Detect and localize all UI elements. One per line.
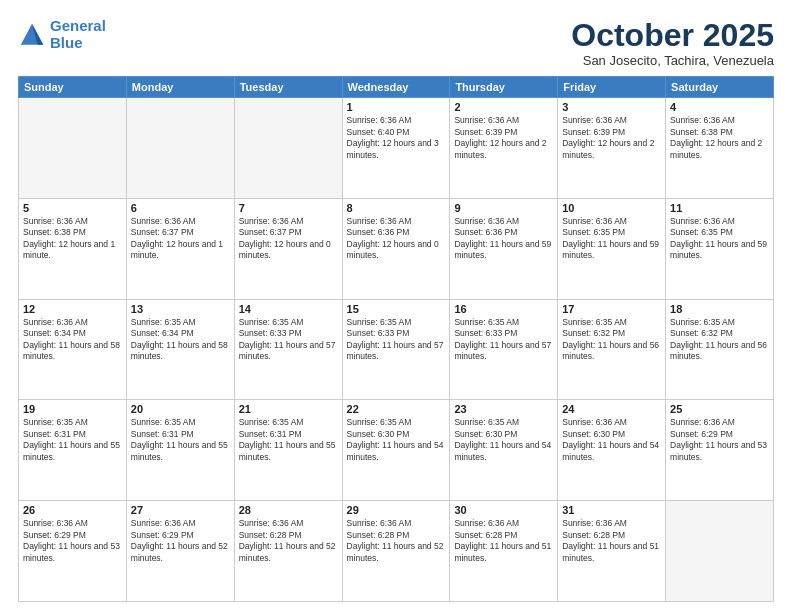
calendar-cell: 13Sunrise: 6:35 AMSunset: 6:34 PMDayligh…	[126, 299, 234, 400]
day-number: 13	[131, 303, 230, 315]
day-info: Sunrise: 6:36 AMSunset: 6:39 PMDaylight:…	[454, 115, 553, 161]
week-row: 19Sunrise: 6:35 AMSunset: 6:31 PMDayligh…	[19, 400, 774, 501]
weekday-header-row: SundayMondayTuesdayWednesdayThursdayFrid…	[19, 77, 774, 98]
week-row: 12Sunrise: 6:36 AMSunset: 6:34 PMDayligh…	[19, 299, 774, 400]
day-info: Sunrise: 6:36 AMSunset: 6:38 PMDaylight:…	[23, 216, 122, 262]
day-info: Sunrise: 6:35 AMSunset: 6:30 PMDaylight:…	[347, 417, 446, 463]
day-info: Sunrise: 6:35 AMSunset: 6:34 PMDaylight:…	[131, 317, 230, 363]
day-number: 23	[454, 403, 553, 415]
day-number: 10	[562, 202, 661, 214]
weekday-header: Thursday	[450, 77, 558, 98]
day-info: Sunrise: 6:35 AMSunset: 6:31 PMDaylight:…	[239, 417, 338, 463]
calendar-cell: 3Sunrise: 6:36 AMSunset: 6:39 PMDaylight…	[558, 98, 666, 199]
calendar-cell: 23Sunrise: 6:35 AMSunset: 6:30 PMDayligh…	[450, 400, 558, 501]
calendar-cell: 27Sunrise: 6:36 AMSunset: 6:29 PMDayligh…	[126, 501, 234, 602]
day-number: 18	[670, 303, 769, 315]
weekday-header: Friday	[558, 77, 666, 98]
day-number: 26	[23, 504, 122, 516]
day-info: Sunrise: 6:36 AMSunset: 6:28 PMDaylight:…	[347, 518, 446, 564]
calendar-cell: 5Sunrise: 6:36 AMSunset: 6:38 PMDaylight…	[19, 198, 127, 299]
calendar-cell: 16Sunrise: 6:35 AMSunset: 6:33 PMDayligh…	[450, 299, 558, 400]
calendar-cell: 2Sunrise: 6:36 AMSunset: 6:39 PMDaylight…	[450, 98, 558, 199]
day-number: 27	[131, 504, 230, 516]
day-number: 24	[562, 403, 661, 415]
day-number: 9	[454, 202, 553, 214]
calendar-cell: 30Sunrise: 6:36 AMSunset: 6:28 PMDayligh…	[450, 501, 558, 602]
calendar-cell: 21Sunrise: 6:35 AMSunset: 6:31 PMDayligh…	[234, 400, 342, 501]
day-info: Sunrise: 6:36 AMSunset: 6:36 PMDaylight:…	[454, 216, 553, 262]
day-info: Sunrise: 6:36 AMSunset: 6:29 PMDaylight:…	[23, 518, 122, 564]
calendar-cell: 24Sunrise: 6:36 AMSunset: 6:30 PMDayligh…	[558, 400, 666, 501]
day-info: Sunrise: 6:36 AMSunset: 6:28 PMDaylight:…	[239, 518, 338, 564]
logo-text: General Blue	[50, 18, 106, 51]
weekday-header: Monday	[126, 77, 234, 98]
day-number: 21	[239, 403, 338, 415]
logo: General Blue	[18, 18, 106, 51]
calendar-table: SundayMondayTuesdayWednesdayThursdayFrid…	[18, 76, 774, 602]
day-number: 4	[670, 101, 769, 113]
day-info: Sunrise: 6:36 AMSunset: 6:34 PMDaylight:…	[23, 317, 122, 363]
calendar-cell	[234, 98, 342, 199]
calendar-cell: 1Sunrise: 6:36 AMSunset: 6:40 PMDaylight…	[342, 98, 450, 199]
day-info: Sunrise: 6:36 AMSunset: 6:35 PMDaylight:…	[670, 216, 769, 262]
calendar-cell: 12Sunrise: 6:36 AMSunset: 6:34 PMDayligh…	[19, 299, 127, 400]
calendar-cell	[666, 501, 774, 602]
day-info: Sunrise: 6:36 AMSunset: 6:38 PMDaylight:…	[670, 115, 769, 161]
calendar-cell: 29Sunrise: 6:36 AMSunset: 6:28 PMDayligh…	[342, 501, 450, 602]
day-info: Sunrise: 6:36 AMSunset: 6:39 PMDaylight:…	[562, 115, 661, 161]
weekday-header: Tuesday	[234, 77, 342, 98]
day-info: Sunrise: 6:35 AMSunset: 6:31 PMDaylight:…	[23, 417, 122, 463]
day-info: Sunrise: 6:35 AMSunset: 6:31 PMDaylight:…	[131, 417, 230, 463]
calendar-cell: 22Sunrise: 6:35 AMSunset: 6:30 PMDayligh…	[342, 400, 450, 501]
day-info: Sunrise: 6:36 AMSunset: 6:29 PMDaylight:…	[670, 417, 769, 463]
calendar-cell: 19Sunrise: 6:35 AMSunset: 6:31 PMDayligh…	[19, 400, 127, 501]
calendar-cell: 14Sunrise: 6:35 AMSunset: 6:33 PMDayligh…	[234, 299, 342, 400]
day-number: 28	[239, 504, 338, 516]
day-number: 15	[347, 303, 446, 315]
calendar-cell: 28Sunrise: 6:36 AMSunset: 6:28 PMDayligh…	[234, 501, 342, 602]
calendar-cell: 8Sunrise: 6:36 AMSunset: 6:36 PMDaylight…	[342, 198, 450, 299]
week-row: 5Sunrise: 6:36 AMSunset: 6:38 PMDaylight…	[19, 198, 774, 299]
day-info: Sunrise: 6:35 AMSunset: 6:33 PMDaylight:…	[347, 317, 446, 363]
calendar-cell: 4Sunrise: 6:36 AMSunset: 6:38 PMDaylight…	[666, 98, 774, 199]
day-info: Sunrise: 6:35 AMSunset: 6:32 PMDaylight:…	[670, 317, 769, 363]
calendar-cell: 11Sunrise: 6:36 AMSunset: 6:35 PMDayligh…	[666, 198, 774, 299]
day-number: 30	[454, 504, 553, 516]
calendar-cell: 17Sunrise: 6:35 AMSunset: 6:32 PMDayligh…	[558, 299, 666, 400]
day-info: Sunrise: 6:36 AMSunset: 6:30 PMDaylight:…	[562, 417, 661, 463]
day-number: 19	[23, 403, 122, 415]
weekday-header: Sunday	[19, 77, 127, 98]
day-number: 2	[454, 101, 553, 113]
day-info: Sunrise: 6:35 AMSunset: 6:33 PMDaylight:…	[454, 317, 553, 363]
day-number: 5	[23, 202, 122, 214]
day-number: 12	[23, 303, 122, 315]
title-block: October 2025 San Josecito, Tachira, Vene…	[571, 18, 774, 68]
day-number: 17	[562, 303, 661, 315]
day-info: Sunrise: 6:36 AMSunset: 6:40 PMDaylight:…	[347, 115, 446, 161]
weekday-header: Wednesday	[342, 77, 450, 98]
calendar-cell: 31Sunrise: 6:36 AMSunset: 6:28 PMDayligh…	[558, 501, 666, 602]
day-number: 8	[347, 202, 446, 214]
day-number: 22	[347, 403, 446, 415]
header: General Blue October 2025 San Josecito, …	[18, 18, 774, 68]
day-number: 29	[347, 504, 446, 516]
calendar-cell	[126, 98, 234, 199]
day-info: Sunrise: 6:36 AMSunset: 6:35 PMDaylight:…	[562, 216, 661, 262]
day-number: 11	[670, 202, 769, 214]
page: General Blue October 2025 San Josecito, …	[0, 0, 792, 612]
calendar-cell: 10Sunrise: 6:36 AMSunset: 6:35 PMDayligh…	[558, 198, 666, 299]
day-number: 3	[562, 101, 661, 113]
calendar-cell: 25Sunrise: 6:36 AMSunset: 6:29 PMDayligh…	[666, 400, 774, 501]
day-info: Sunrise: 6:35 AMSunset: 6:33 PMDaylight:…	[239, 317, 338, 363]
day-number: 14	[239, 303, 338, 315]
week-row: 1Sunrise: 6:36 AMSunset: 6:40 PMDaylight…	[19, 98, 774, 199]
calendar-cell: 15Sunrise: 6:35 AMSunset: 6:33 PMDayligh…	[342, 299, 450, 400]
calendar-cell: 9Sunrise: 6:36 AMSunset: 6:36 PMDaylight…	[450, 198, 558, 299]
logo-line2: Blue	[50, 34, 83, 51]
day-info: Sunrise: 6:36 AMSunset: 6:36 PMDaylight:…	[347, 216, 446, 262]
month-title: October 2025	[571, 18, 774, 53]
day-info: Sunrise: 6:36 AMSunset: 6:28 PMDaylight:…	[562, 518, 661, 564]
calendar-cell: 20Sunrise: 6:35 AMSunset: 6:31 PMDayligh…	[126, 400, 234, 501]
calendar-cell: 26Sunrise: 6:36 AMSunset: 6:29 PMDayligh…	[19, 501, 127, 602]
day-number: 25	[670, 403, 769, 415]
